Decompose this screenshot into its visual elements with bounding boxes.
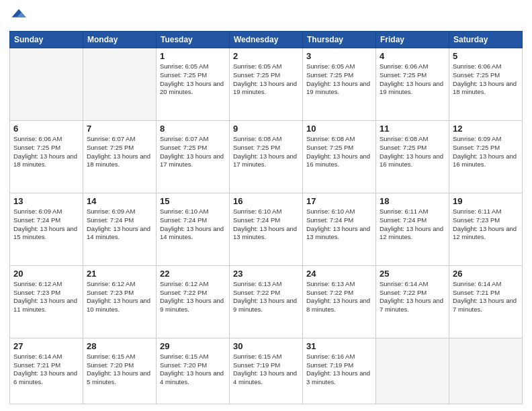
day-info: Sunrise: 6:06 AM Sunset: 7:25 PM Dayligh…	[13, 135, 79, 169]
day-number: 7	[87, 124, 152, 134]
calendar-week-1: 1Sunrise: 6:05 AM Sunset: 7:25 PM Daylig…	[10, 48, 523, 121]
day-info: Sunrise: 6:12 AM Sunset: 7:22 PM Dayligh…	[160, 280, 226, 314]
calendar-cell: 11Sunrise: 6:08 AM Sunset: 7:25 PM Dayli…	[376, 120, 449, 193]
calendar-cell: 3Sunrise: 6:05 AM Sunset: 7:25 PM Daylig…	[303, 48, 376, 121]
calendar-cell: 25Sunrise: 6:14 AM Sunset: 7:22 PM Dayli…	[376, 265, 449, 338]
calendar-cell: 6Sunrise: 6:06 AM Sunset: 7:25 PM Daylig…	[10, 120, 83, 193]
calendar-cell: 5Sunrise: 6:06 AM Sunset: 7:25 PM Daylig…	[449, 48, 523, 121]
header	[9, 7, 523, 26]
day-number: 17	[306, 196, 372, 206]
calendar-header-monday: Monday	[83, 32, 157, 48]
day-number: 16	[233, 196, 299, 206]
calendar-cell: 13Sunrise: 6:09 AM Sunset: 7:24 PM Dayli…	[10, 193, 83, 265]
calendar-cell: 12Sunrise: 6:09 AM Sunset: 7:25 PM Dayli…	[449, 120, 523, 193]
calendar-week-2: 6Sunrise: 6:06 AM Sunset: 7:25 PM Daylig…	[10, 120, 523, 193]
day-info: Sunrise: 6:09 AM Sunset: 7:25 PM Dayligh…	[453, 135, 519, 169]
day-info: Sunrise: 6:08 AM Sunset: 7:25 PM Dayligh…	[380, 135, 445, 169]
day-info: Sunrise: 6:14 AM Sunset: 7:21 PM Dayligh…	[453, 280, 519, 314]
day-info: Sunrise: 6:13 AM Sunset: 7:22 PM Dayligh…	[306, 280, 372, 314]
calendar-cell: 16Sunrise: 6:10 AM Sunset: 7:24 PM Dayli…	[230, 193, 303, 265]
day-number: 5	[453, 51, 519, 61]
calendar-cell: 7Sunrise: 6:07 AM Sunset: 7:25 PM Daylig…	[83, 120, 157, 193]
day-number: 31	[306, 341, 372, 351]
day-info: Sunrise: 6:09 AM Sunset: 7:24 PM Dayligh…	[13, 208, 79, 242]
calendar-cell: 31Sunrise: 6:16 AM Sunset: 7:19 PM Dayli…	[303, 338, 376, 404]
day-info: Sunrise: 6:12 AM Sunset: 7:23 PM Dayligh…	[13, 280, 79, 314]
day-number: 14	[87, 196, 152, 206]
calendar-cell: 19Sunrise: 6:11 AM Sunset: 7:23 PM Dayli…	[449, 193, 523, 265]
logo-icon	[9, 7, 28, 26]
day-number: 25	[380, 269, 445, 279]
day-info: Sunrise: 6:07 AM Sunset: 7:25 PM Dayligh…	[160, 135, 226, 169]
day-number: 28	[87, 341, 152, 351]
calendar-week-5: 27Sunrise: 6:14 AM Sunset: 7:21 PM Dayli…	[10, 338, 523, 404]
day-number: 8	[160, 124, 226, 134]
calendar-header-friday: Friday	[376, 32, 449, 48]
calendar-cell	[449, 338, 523, 404]
calendar: SundayMondayTuesdayWednesdayThursdayFrid…	[9, 31, 523, 404]
day-info: Sunrise: 6:05 AM Sunset: 7:25 PM Dayligh…	[306, 62, 372, 97]
logo	[9, 7, 31, 26]
day-number: 23	[233, 269, 299, 279]
day-number: 2	[233, 51, 299, 61]
calendar-week-3: 13Sunrise: 6:09 AM Sunset: 7:24 PM Dayli…	[10, 193, 523, 265]
day-info: Sunrise: 6:10 AM Sunset: 7:24 PM Dayligh…	[160, 208, 226, 242]
calendar-cell: 15Sunrise: 6:10 AM Sunset: 7:24 PM Dayli…	[157, 193, 230, 265]
calendar-header-tuesday: Tuesday	[157, 32, 230, 48]
day-number: 27	[13, 341, 79, 351]
calendar-cell: 26Sunrise: 6:14 AM Sunset: 7:21 PM Dayli…	[449, 265, 523, 338]
day-number: 6	[13, 124, 79, 134]
day-number: 15	[160, 196, 226, 206]
calendar-cell: 17Sunrise: 6:10 AM Sunset: 7:24 PM Dayli…	[303, 193, 376, 265]
calendar-header-sunday: Sunday	[10, 32, 83, 48]
day-number: 13	[13, 196, 79, 206]
calendar-cell: 24Sunrise: 6:13 AM Sunset: 7:22 PM Dayli…	[303, 265, 376, 338]
day-number: 4	[380, 51, 445, 61]
calendar-cell: 20Sunrise: 6:12 AM Sunset: 7:23 PM Dayli…	[10, 265, 83, 338]
day-info: Sunrise: 6:16 AM Sunset: 7:19 PM Dayligh…	[306, 353, 372, 387]
day-number: 22	[160, 269, 226, 279]
calendar-header-row: SundayMondayTuesdayWednesdayThursdayFrid…	[10, 32, 523, 48]
calendar-cell: 21Sunrise: 6:12 AM Sunset: 7:23 PM Dayli…	[83, 265, 157, 338]
calendar-cell: 8Sunrise: 6:07 AM Sunset: 7:25 PM Daylig…	[157, 120, 230, 193]
day-number: 29	[160, 341, 226, 351]
calendar-cell: 22Sunrise: 6:12 AM Sunset: 7:22 PM Dayli…	[157, 265, 230, 338]
calendar-cell: 23Sunrise: 6:13 AM Sunset: 7:22 PM Dayli…	[230, 265, 303, 338]
day-number: 10	[306, 124, 372, 134]
day-number: 20	[13, 269, 79, 279]
calendar-header-saturday: Saturday	[449, 32, 523, 48]
day-info: Sunrise: 6:06 AM Sunset: 7:25 PM Dayligh…	[453, 62, 519, 97]
day-info: Sunrise: 6:10 AM Sunset: 7:24 PM Dayligh…	[306, 208, 372, 242]
day-number: 21	[87, 269, 152, 279]
day-number: 19	[453, 196, 519, 206]
day-number: 11	[380, 124, 445, 134]
page: SundayMondayTuesdayWednesdayThursdayFrid…	[0, 0, 532, 411]
calendar-cell: 4Sunrise: 6:06 AM Sunset: 7:25 PM Daylig…	[376, 48, 449, 121]
day-info: Sunrise: 6:09 AM Sunset: 7:24 PM Dayligh…	[87, 208, 152, 242]
calendar-cell	[83, 48, 157, 121]
day-info: Sunrise: 6:08 AM Sunset: 7:25 PM Dayligh…	[306, 135, 372, 169]
day-number: 3	[306, 51, 372, 61]
day-info: Sunrise: 6:05 AM Sunset: 7:25 PM Dayligh…	[233, 62, 299, 97]
day-info: Sunrise: 6:06 AM Sunset: 7:25 PM Dayligh…	[380, 62, 445, 97]
calendar-header-wednesday: Wednesday	[230, 32, 303, 48]
calendar-cell: 9Sunrise: 6:08 AM Sunset: 7:25 PM Daylig…	[230, 120, 303, 193]
calendar-cell: 18Sunrise: 6:11 AM Sunset: 7:24 PM Dayli…	[376, 193, 449, 265]
calendar-cell: 14Sunrise: 6:09 AM Sunset: 7:24 PM Dayli…	[83, 193, 157, 265]
day-number: 9	[233, 124, 299, 134]
day-info: Sunrise: 6:15 AM Sunset: 7:20 PM Dayligh…	[160, 353, 226, 387]
day-info: Sunrise: 6:13 AM Sunset: 7:22 PM Dayligh…	[233, 280, 299, 314]
day-number: 1	[160, 51, 226, 61]
calendar-cell	[376, 338, 449, 404]
day-info: Sunrise: 6:11 AM Sunset: 7:23 PM Dayligh…	[453, 208, 519, 242]
day-number: 24	[306, 269, 372, 279]
day-info: Sunrise: 6:15 AM Sunset: 7:20 PM Dayligh…	[87, 353, 152, 387]
calendar-cell	[10, 48, 83, 121]
day-info: Sunrise: 6:10 AM Sunset: 7:24 PM Dayligh…	[233, 208, 299, 242]
calendar-header-thursday: Thursday	[303, 32, 376, 48]
calendar-cell: 10Sunrise: 6:08 AM Sunset: 7:25 PM Dayli…	[303, 120, 376, 193]
calendar-cell: 30Sunrise: 6:15 AM Sunset: 7:19 PM Dayli…	[230, 338, 303, 404]
day-info: Sunrise: 6:07 AM Sunset: 7:25 PM Dayligh…	[87, 135, 152, 169]
calendar-cell: 28Sunrise: 6:15 AM Sunset: 7:20 PM Dayli…	[83, 338, 157, 404]
day-info: Sunrise: 6:11 AM Sunset: 7:24 PM Dayligh…	[380, 208, 445, 242]
